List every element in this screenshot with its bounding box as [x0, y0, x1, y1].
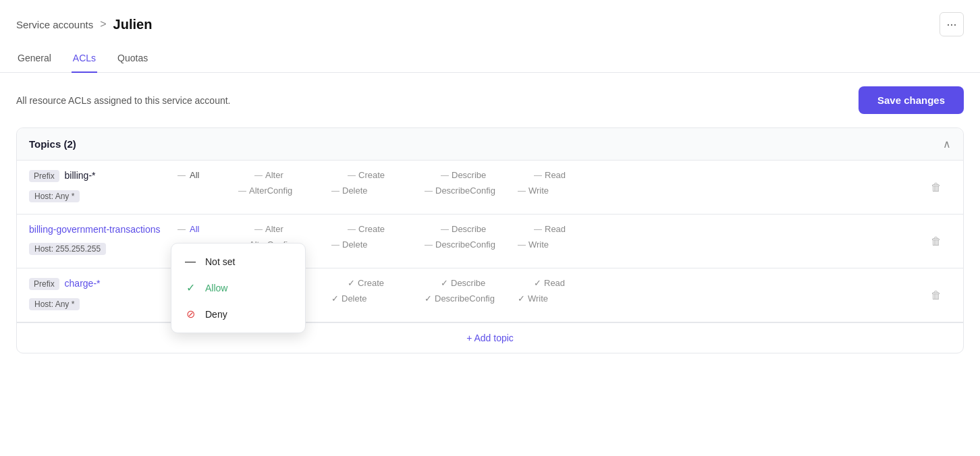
host-badge: Host: 255.255.255 — [29, 243, 106, 255]
perm-create: —Create — [348, 224, 429, 234]
perm-delete: —Delete — [331, 186, 412, 196]
section-header: Topics (2) ∧ — [17, 128, 963, 161]
topic-name-link[interactable]: billing-government-transactions — [29, 224, 161, 235]
perm-alter: —Alter — [254, 224, 335, 234]
allow-label: Allow — [205, 283, 227, 293]
delete-topic-button[interactable]: 🗑 — [931, 235, 942, 248]
breadcrumb-current: Julien — [113, 17, 153, 32]
collapse-button[interactable]: ∧ — [943, 138, 951, 150]
not-set-label: Not set — [205, 256, 235, 267]
perm-describe: —Describe — [441, 224, 522, 234]
all-dropdown-open[interactable]: — All — Not set ✓ Allow — [178, 224, 238, 234]
breadcrumb-separator: > — [100, 18, 106, 30]
page-description: All resource ACLs assigned to this servi… — [16, 95, 231, 106]
tab-quotas[interactable]: Quotas — [116, 47, 149, 73]
all-dropdown[interactable]: — All — [178, 170, 238, 180]
perm-create-checked: ✓Create — [348, 278, 429, 288]
perm-describe: —Describe — [441, 170, 522, 180]
perm-read: —Read — [534, 224, 615, 234]
page-header: Service accounts > Julien ··· — [0, 0, 980, 36]
ellipsis-icon: ··· — [946, 18, 956, 32]
host-badge: Host: Any * — [29, 298, 80, 310]
topic-name: charge-* — [65, 278, 101, 289]
topic-name: billing-* — [65, 170, 96, 181]
permissions-area: — All —Alter —Create —Describe —Read — [178, 170, 933, 196]
deny-label: Deny — [205, 309, 227, 320]
dropdown-menu: — Not set ✓ Allow ⊘ Deny — [171, 243, 306, 333]
prefix-badge: Prefix — [29, 170, 59, 182]
main-content: All resource ACLs assigned to this servi… — [0, 73, 980, 367]
perm-read: —Read — [534, 170, 615, 180]
perm-describe-checked: ✓Describe — [441, 278, 522, 288]
topics-section: Topics (2) ∧ Prefix billing-* Host: Any … — [16, 127, 964, 353]
breadcrumb: Service accounts > Julien — [16, 17, 152, 32]
perm-delete-checked: ✓Delete — [331, 293, 412, 304]
tab-general[interactable]: General — [16, 47, 53, 73]
check-icon: ✓ — [184, 281, 197, 294]
perm-alterconfig: —AlterConfig — [238, 186, 319, 196]
topic-row: billing-government-transactions Host: 25… — [17, 215, 963, 268]
perm-read-checked: ✓Read — [534, 278, 615, 288]
perm-describeconfig: —DescribeConfig — [425, 186, 506, 196]
perm-describeconfig-checked: ✓DescribeConfig — [425, 293, 506, 304]
topic-info: billing-government-transactions Host: 25… — [29, 224, 178, 255]
topic-info: Prefix charge-* Host: Any * — [29, 278, 178, 310]
perm-alter: —Alter — [254, 170, 335, 180]
prefix-badge: Prefix — [29, 278, 59, 290]
description-bar: All resource ACLs assigned to this servi… — [16, 86, 964, 114]
save-changes-button[interactable]: Save changes — [859, 86, 964, 114]
dropdown-item-deny[interactable]: ⊘ Deny — [171, 301, 305, 327]
tab-bar: General ACLs Quotas — [0, 47, 980, 73]
permissions-area: — All — Not set ✓ Allow — [178, 224, 933, 250]
add-topic-label: + Add topic — [466, 333, 514, 343]
perm-write-checked: ✓Write — [518, 293, 599, 304]
topic-info: Prefix billing-* Host: Any * — [29, 170, 178, 202]
topic-row: Prefix billing-* Host: Any * — All —Alte… — [17, 161, 963, 215]
host-badge: Host: Any * — [29, 190, 80, 202]
delete-topic-button[interactable]: 🗑 — [931, 289, 942, 302]
perm-describeconfig: —DescribeConfig — [425, 239, 506, 250]
dropdown-item-allow[interactable]: ✓ Allow — [171, 275, 305, 301]
topic-row: Prefix charge-* Host: Any * ✓Alter ✓Cr — [17, 268, 963, 322]
breadcrumb-parent[interactable]: Service accounts — [16, 19, 93, 30]
deny-icon: ⊘ — [184, 308, 197, 320]
delete-topic-button[interactable]: 🗑 — [931, 181, 942, 194]
tab-acls[interactable]: ACLs — [72, 47, 97, 73]
perm-write: —Write — [518, 239, 599, 250]
not-set-icon: — — [184, 256, 197, 268]
more-options-button[interactable]: ··· — [940, 12, 964, 36]
add-topic-button[interactable]: + Add topic — [17, 322, 963, 353]
dropdown-item-not-set[interactable]: — Not set — [171, 249, 305, 275]
perm-create: —Create — [348, 170, 429, 180]
perm-delete: —Delete — [331, 239, 412, 250]
section-title: Topics (2) — [29, 138, 76, 150]
perm-write: —Write — [518, 186, 599, 196]
